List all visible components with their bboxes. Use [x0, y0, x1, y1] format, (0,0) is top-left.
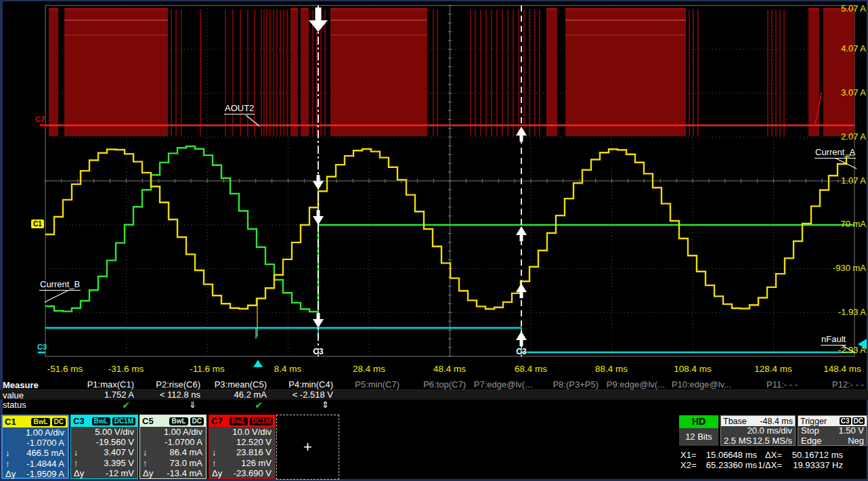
measure-p10[interactable]: P10:edge@lv...: [666, 380, 731, 390]
c1-cursor-max: 466.5 mA: [26, 448, 64, 458]
coupling-badge: DC1M: [112, 417, 135, 425]
c3-cursor-max: 3.407 V: [104, 447, 134, 457]
trigger-title: Trigger: [800, 417, 827, 426]
y-axis-label: -2.93 A: [827, 346, 866, 355]
channel-c5-name: C5: [142, 416, 167, 426]
x-axis-label: 8.4 ms: [257, 364, 318, 374]
x1-value: 15.06648 ms: [693, 451, 757, 460]
c1-zero-marker[interactable]: C1: [31, 219, 44, 228]
hd-bits-label: 12 Bits: [679, 428, 718, 446]
measure-p2[interactable]: P2:rise(C6): [135, 380, 200, 390]
cursor-readout-row2: X2= 65.23360 ms 1/ΔX= 19.93337 Hz: [680, 461, 868, 470]
timebase-scale: 20.0 ms/div: [747, 426, 792, 436]
trace-label-current-a: Current_A: [815, 148, 856, 159]
x-axis-label: 28.4 ms: [339, 364, 399, 374]
trigger-level: 1.50 V: [838, 426, 864, 436]
channel-box-c7[interactable]: C7 BwL DC1M 10.0 V/div 12.520 V ↓23.816 …: [209, 415, 276, 479]
c5-delta-y: -13.4 mA: [167, 468, 202, 478]
measure-p3-value: 46.2 mA: [202, 390, 267, 400]
measure-p7[interactable]: P7:edge@lv(...: [467, 380, 532, 390]
cursor-readout-row1: X1= 15.06648 ms ΔX= 50.16712 ms: [680, 451, 868, 460]
channel-c5-header[interactable]: C5 BwL DC: [140, 415, 206, 427]
measure-p9[interactable]: P9:edge@lv(...: [600, 380, 665, 390]
trace-label-aout2: AOUT2: [224, 104, 255, 114]
channel-c3-header[interactable]: C3 BwL DC1M: [71, 415, 137, 427]
measure-p1[interactable]: P1:max(C1): [69, 380, 134, 390]
measure-p4[interactable]: P4:min(C4): [268, 380, 333, 390]
measure-p5[interactable]: P5:min(C7): [334, 380, 399, 390]
cursor-max-icon: ↓: [74, 447, 79, 457]
coupling-badge: DC1M: [250, 417, 273, 425]
hd-mode-label: HD: [679, 415, 718, 428]
cursor-max-icon: ↓: [5, 448, 10, 458]
dx-label: ΔX=: [748, 451, 782, 460]
inv-dx-label: 1/ΔX=: [748, 461, 782, 470]
measure-p8[interactable]: P8:(P3+P5): [534, 380, 599, 390]
channel-c7-header[interactable]: C7 BwL DC1M: [209, 415, 275, 427]
measure-p11[interactable]: P11:- - -: [733, 380, 798, 390]
c3-zero-marker[interactable]: C3: [37, 343, 47, 351]
delta-y-icon: Δy: [74, 468, 84, 478]
delta-y-icon: Δy: [5, 469, 16, 479]
measure-p12[interactable]: P12:- - -: [799, 380, 864, 390]
status-check-icon: ✔: [69, 400, 134, 411]
x-axis-label: 148.4 ms: [812, 364, 868, 374]
y-axis-label: 2.07 A: [827, 132, 866, 142]
red-burst: [823, 8, 854, 136]
bandwidth-limit-badge: BwL: [92, 417, 110, 425]
channel-box-c3[interactable]: C3 BwL DC1M 5.00 V/div -19.560 V ↓3.407 …: [70, 415, 138, 479]
c5-scale: 1.00 A/div: [164, 427, 202, 437]
measure-p3[interactable]: P3:mean(C5): [202, 380, 267, 390]
acquisition-box[interactable]: HD 12 Bits: [679, 415, 718, 446]
c5-cursor-max: 86.4 mA: [170, 447, 202, 457]
measure-p6[interactable]: P6:top(C7): [401, 380, 466, 390]
red-burst: [64, 8, 168, 136]
trace-label-current-b: Current_B: [39, 280, 81, 291]
measure-label-row: Measure P1:max(C1) P2:rise(C6) P3:mean(C…: [0, 380, 868, 390]
x2-value: 65.23360 ms: [693, 461, 757, 470]
trace-label-nfault: nFault: [821, 335, 846, 346]
cursor1-tag[interactable]: C3: [309, 347, 327, 356]
bandwidth-limit-badge: BwL: [31, 418, 49, 426]
trigger-box[interactable]: Trigger C3 DC Stop 1.50 V Edge Neg: [798, 415, 867, 446]
inv-dx-value: 19.93337 Hz: [785, 461, 843, 470]
delta-y-icon: Δy: [143, 468, 153, 478]
y-axis-label: -1.93 A: [827, 308, 866, 317]
c5-cursor-min: 73.0 mA: [170, 458, 202, 468]
c7-scale: 10.0 V/div: [232, 427, 272, 437]
channel-box-c1[interactable]: C1 BwL DC 1.00 A/div -1.0700 A ↓466.5 mA…: [1, 415, 69, 479]
measure-status-title: status: [3, 400, 26, 410]
bandwidth-limit-badge: BwL: [230, 417, 248, 425]
c7-zero-marker[interactable]: C7: [35, 115, 45, 123]
x-axis-label: -51.6 ms: [35, 364, 95, 374]
c1-delta-y: -1.9509 A: [26, 469, 64, 479]
timebase-box[interactable]: Tbase -48.4 ms 20.0 ms/div 2.5 MS 12.5 M…: [720, 415, 796, 446]
waveform-display[interactable]: [0, 0, 868, 377]
add-trace-box[interactable]: +: [276, 415, 339, 480]
channel-c1-header[interactable]: C1 BwL DC: [3, 416, 68, 427]
cursor-min-icon: ↑: [74, 458, 79, 468]
measure-p4-value: < -2.518 V: [268, 390, 333, 400]
c7-cursor-min: 126 mV: [241, 458, 272, 468]
x-axis-label: 128.4 ms: [743, 364, 804, 374]
c5-offset: -1.0700 A: [165, 437, 202, 447]
red-burst: [565, 8, 686, 136]
x-axis-label: -31.6 ms: [95, 364, 156, 374]
measure-value-title: value: [3, 390, 24, 400]
c1-cursor-min: -1.4844 A: [26, 459, 64, 469]
timebase-title: Tbase: [723, 417, 747, 426]
dx-value: 50.16712 ms: [785, 451, 843, 460]
red-burst: [808, 8, 819, 136]
cursor2-tag[interactable]: C3: [513, 347, 530, 356]
channel-c3-name: C3: [73, 416, 90, 426]
trigger-source-badge: C3: [840, 417, 851, 425]
channel-box-c5[interactable]: C5 BwL DC 1.00 A/div -1.0700 A ↓86.4 mA …: [139, 415, 207, 479]
status-clamp-down-icon: ⇓: [135, 400, 200, 411]
red-burst: [301, 8, 309, 136]
measure-p1-value: 1.752 A: [69, 390, 134, 400]
plus-icon: +: [303, 438, 312, 456]
y-axis-label: -930 mA: [827, 264, 866, 273]
y-axis-label: 1.07 A: [827, 176, 866, 186]
x-axis-label: 88.4 ms: [581, 364, 642, 374]
delta-y-icon: Δy: [212, 468, 222, 478]
